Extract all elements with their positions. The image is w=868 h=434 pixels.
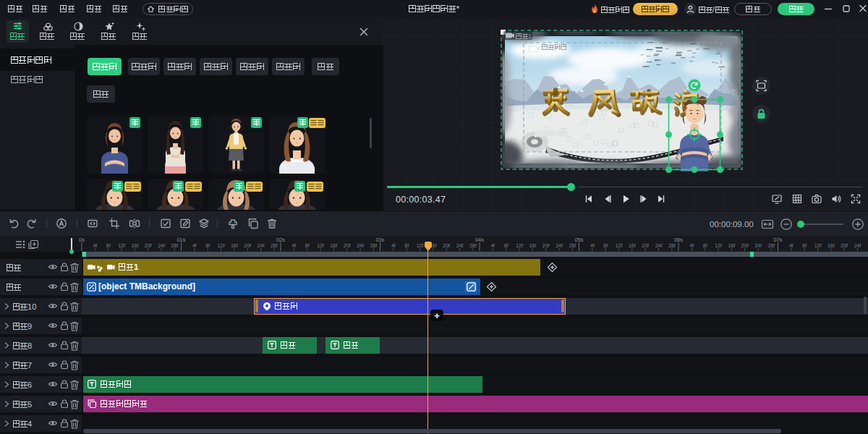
svg-text:16f: 16f <box>827 243 835 248</box>
svg-text:4f: 4f <box>590 243 595 248</box>
svg-text:12f: 12f <box>814 243 822 248</box>
svg-text:4f: 4f <box>789 243 793 248</box>
svg-text:20f: 20f <box>542 243 550 248</box>
svg-text:20f: 20f <box>642 243 649 248</box>
svg-text:8f: 8f <box>205 243 210 248</box>
svg-text:24f: 24f <box>655 243 663 248</box>
svg-text:24f: 24f <box>158 243 165 248</box>
svg-text:24f: 24f <box>258 243 265 248</box>
svg-text:4f: 4f <box>689 243 694 248</box>
svg-text:07s: 07s <box>773 237 782 243</box>
svg-text:24f: 24f <box>754 243 762 248</box>
svg-text:16f: 16f <box>529 243 536 248</box>
svg-text:05s: 05s <box>574 237 583 243</box>
svg-text:02s: 02s <box>276 237 285 243</box>
svg-text:12f: 12f <box>317 243 324 248</box>
svg-text:28f: 28f <box>469 243 477 248</box>
svg-text:8f: 8f <box>504 243 509 248</box>
svg-text:4f: 4f <box>490 243 495 248</box>
svg-text:8f: 8f <box>603 243 608 248</box>
svg-text:16f: 16f <box>629 243 636 248</box>
svg-text:4f: 4f <box>192 243 197 248</box>
svg-text:16f: 16f <box>231 243 238 248</box>
svg-text:12f: 12f <box>616 243 623 248</box>
svg-text:24f: 24f <box>456 243 464 248</box>
svg-text:24f: 24f <box>357 243 364 248</box>
svg-text:24f: 24f <box>556 243 563 248</box>
svg-text:28f: 28f <box>370 243 377 248</box>
svg-text:8f: 8f <box>404 243 409 248</box>
svg-text:12f: 12f <box>516 243 523 248</box>
svg-text:8f: 8f <box>106 243 111 248</box>
svg-text:28f: 28f <box>767 243 775 248</box>
svg-text:20f: 20f <box>841 243 848 248</box>
svg-text:8f: 8f <box>802 243 807 248</box>
svg-text:20f: 20f <box>443 243 450 248</box>
svg-text:16f: 16f <box>728 243 735 248</box>
svg-text:16f: 16f <box>330 243 337 248</box>
svg-text:28f: 28f <box>171 243 178 248</box>
svg-text:4f: 4f <box>292 243 296 248</box>
svg-text:03s: 03s <box>375 237 384 243</box>
svg-text:28f: 28f <box>271 243 278 248</box>
svg-text:24f: 24f <box>854 243 861 248</box>
svg-text:12f: 12f <box>417 243 424 248</box>
svg-text:20f: 20f <box>145 243 152 248</box>
svg-text:12f: 12f <box>118 243 125 248</box>
svg-text:01s: 01s <box>176 237 185 243</box>
svg-text:16f: 16f <box>131 243 138 248</box>
svg-text:20f: 20f <box>244 243 251 248</box>
svg-text:8f: 8f <box>305 243 310 248</box>
svg-text:12f: 12f <box>218 243 225 248</box>
svg-text:28f: 28f <box>569 243 576 248</box>
svg-text:4f: 4f <box>93 243 97 248</box>
svg-text:0s: 0s <box>79 237 85 243</box>
svg-text:12f: 12f <box>715 243 722 248</box>
svg-text:06s: 06s <box>674 237 683 243</box>
svg-text:4f: 4f <box>391 243 396 248</box>
svg-text:20f: 20f <box>741 243 749 248</box>
svg-text:8f: 8f <box>703 243 707 248</box>
svg-text:28f: 28f <box>668 243 676 248</box>
svg-text:04s: 04s <box>475 237 484 243</box>
svg-text:20f: 20f <box>344 243 351 248</box>
